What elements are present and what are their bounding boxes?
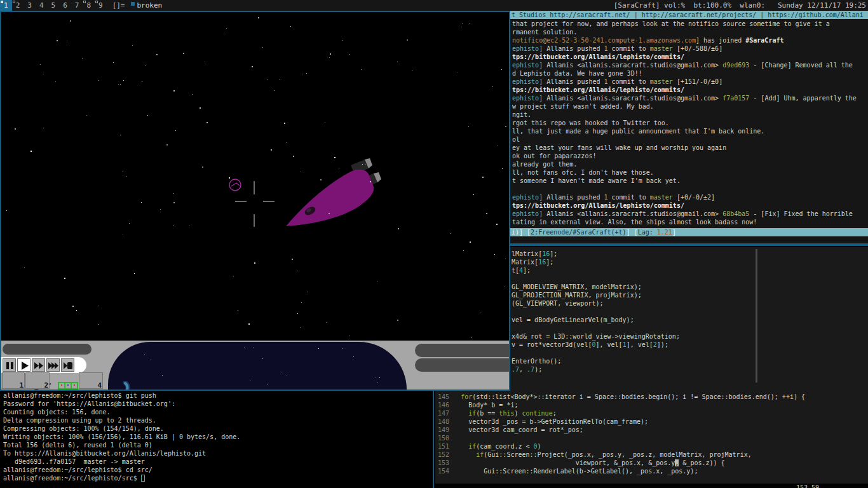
status-text: [SaraCraft] vol:% bt:100.0% wlan0: Sunda…	[614, 0, 866, 11]
star	[98, 324, 99, 325]
star	[462, 23, 463, 24]
time-ff2-button[interactable]	[32, 358, 45, 372]
vim-ruler: 153,59 61%	[435, 475, 868, 484]
tag-5[interactable]: 5	[48, 0, 60, 11]
vim-line: 148 vector3d _pos = b->GetPositionRelTo(…	[435, 417, 868, 426]
star	[15, 128, 16, 130]
layout-indicator[interactable]: []=	[107, 1, 131, 10]
star	[492, 86, 492, 87]
tag-9[interactable]: 9	[95, 0, 107, 11]
hud-slot-comms-button[interactable]: 4	[79, 372, 103, 389]
star	[494, 254, 495, 255]
tag-4[interactable]: 4	[36, 0, 48, 11]
time-pause-button[interactable]	[3, 358, 16, 372]
irc-line: tps://bitbucket.org/Allanis/lephisto/com…	[510, 201, 868, 210]
tag-1[interactable]: 1	[0, 0, 12, 11]
tag-8[interactable]: 8	[83, 0, 95, 11]
irc-topic-bar: t Studios http://saracraft.net/ | http:/…	[510, 11, 868, 19]
radar-contact	[244, 348, 245, 348]
terminal-line: allanis@freedom:~/src/lephisto$ git push	[0, 391, 433, 400]
line-number: 147	[438, 410, 453, 417]
star	[280, 79, 280, 80]
radar-contact	[342, 348, 342, 349]
star	[325, 122, 325, 123]
star	[301, 302, 302, 303]
star	[397, 62, 398, 62]
tag-3[interactable]: 3	[24, 0, 36, 11]
tag-6[interactable]: 6	[59, 0, 71, 11]
star	[129, 223, 130, 224]
star	[330, 53, 331, 55]
irc-window[interactable]: t Studios http://saracraft.net/ | http:/…	[510, 11, 868, 245]
radar-contact	[162, 375, 163, 376]
star	[76, 310, 77, 311]
hud-message-bar	[3, 344, 92, 355]
irc-line: already got them.	[510, 160, 868, 168]
terminal-line: Password for 'https://Allanis@bitbucket.…	[0, 400, 433, 408]
star	[339, 168, 339, 168]
star	[123, 234, 123, 234]
grid-icon	[57, 381, 79, 390]
terminal-window[interactable]: allanis@freedom:~/src/lephisto$ git push…	[0, 391, 433, 488]
star	[192, 94, 193, 95]
star	[64, 278, 65, 279]
star	[98, 80, 98, 81]
star	[189, 226, 190, 226]
star	[145, 65, 146, 66]
star	[306, 73, 307, 74]
tag-2[interactable]: 2	[12, 0, 24, 11]
star	[248, 323, 250, 325]
star	[224, 34, 224, 34]
star	[156, 54, 158, 55]
star	[504, 287, 505, 287]
star	[160, 209, 161, 210]
star	[82, 58, 83, 58]
star	[262, 47, 263, 48]
star	[98, 306, 98, 306]
star	[142, 81, 142, 82]
star	[205, 62, 205, 62]
star	[233, 276, 234, 276]
star	[498, 145, 498, 146]
star	[254, 262, 255, 264]
vim-line: 154 Gui::Screen::RenderLabel(b->GetLabel…	[435, 467, 868, 475]
time-ff4-button[interactable]	[61, 358, 74, 372]
time-ff3-button[interactable]	[46, 358, 60, 372]
radar-contact	[254, 347, 254, 348]
star	[468, 126, 469, 126]
star	[450, 233, 451, 234]
star	[120, 135, 121, 135]
radar-contact	[267, 384, 268, 384]
line-number: 146	[438, 402, 453, 409]
star	[173, 226, 174, 226]
radar-contact	[377, 383, 378, 383]
line-number: 153	[438, 459, 453, 466]
star	[329, 57, 330, 58]
game-hud: 1 2	[1, 341, 509, 390]
irc-line: rmanent solution.	[510, 28, 868, 36]
dwm-bar: 123456789 []= broken [SaraCraft] vol:% b…	[0, 0, 868, 11]
tag-7[interactable]: 7	[71, 0, 83, 11]
crosshair-icon	[235, 181, 275, 227]
star	[238, 310, 238, 311]
vim-line: 146 Body* b = *i;	[435, 401, 868, 409]
irc-line: ephisto] Allanis <allanis.saracraft.stud…	[510, 61, 868, 69]
game-viewport[interactable]	[1, 12, 509, 341]
star	[43, 128, 44, 128]
star	[463, 250, 464, 251]
radar-contact	[151, 360, 151, 360]
irc-line: w project stuff wasn't added. My bad.	[510, 102, 868, 111]
hud-slot-grid-button[interactable]: 2	[25, 372, 50, 389]
star	[207, 122, 208, 123]
irc-line: ngit.	[510, 111, 868, 119]
star	[70, 20, 71, 22]
irc-line: ll, that just made a huge public announc…	[510, 127, 868, 135]
hud-slot-angle-button[interactable]: 1	[2, 372, 25, 389]
tag-client-indicator	[95, 1, 98, 3]
irc-line: rgot this repo was hooked to Twitter too…	[510, 119, 868, 127]
time-play-button[interactable]	[17, 358, 31, 372]
game-window[interactable]: 1 2	[0, 11, 510, 391]
terminal-cursor[interactable]	[141, 475, 145, 482]
player-ship	[286, 158, 381, 226]
irc-line: ephisto] Allanis <allanis.saracraft.stud…	[510, 94, 868, 102]
